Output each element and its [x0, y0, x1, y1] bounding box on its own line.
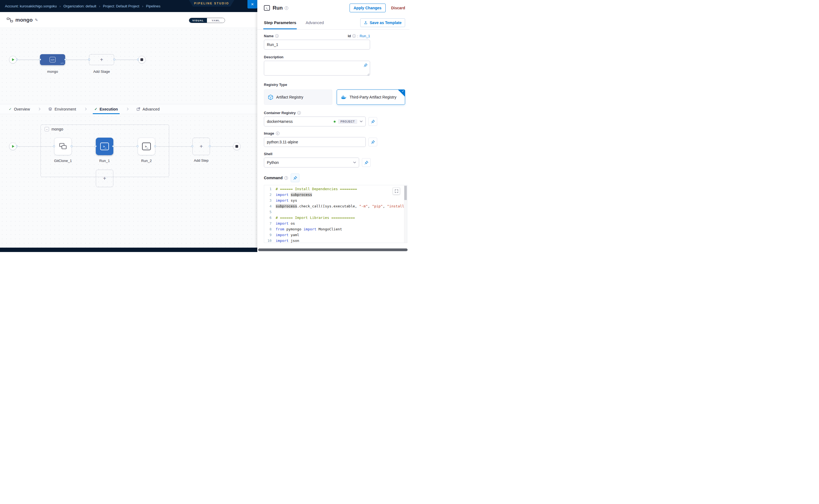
info-icon[interactable] — [276, 132, 279, 135]
pin-icon[interactable] — [291, 173, 299, 182]
step-node-run-1-selected[interactable]: >_ — [96, 138, 113, 155]
stage-node-mongo[interactable]: </> </> — [40, 54, 65, 65]
add-parallel-step-button[interactable]: + — [96, 170, 113, 187]
stop-icon — [140, 58, 143, 61]
execution-end-node[interactable] — [233, 143, 241, 150]
step-label-run-1: Run_1 — [96, 159, 113, 163]
shell-label: Shell — [264, 152, 272, 156]
tab-advanced-label: Advanced — [143, 107, 160, 111]
container-registry-value: dockerHarness — [267, 119, 331, 124]
pipeline-start-node[interactable] — [9, 56, 17, 63]
breadcrumb: Account: kurosakiichigo.songoku Organiza… — [5, 4, 160, 8]
line-number: 9 — [264, 232, 276, 238]
save-as-template-button[interactable]: Save as Template — [360, 18, 405, 27]
breadcrumb-project[interactable]: Project: Default Project — [103, 4, 139, 8]
close-panel-button[interactable]: × — [247, 0, 257, 8]
tab-step-parameters[interactable]: Step Parameters — [264, 16, 296, 29]
id-value[interactable]: Run_1 — [360, 34, 370, 38]
breadcrumb-pipelines[interactable]: Pipelines — [146, 4, 160, 8]
visual-toggle-button[interactable]: VISUAL — [189, 18, 207, 23]
shell-select[interactable]: Python — [264, 158, 359, 167]
edge-dot — [137, 145, 138, 147]
shell-label-group: Shell — [264, 152, 405, 156]
expand-editor-button[interactable] — [393, 187, 400, 195]
pin-icon[interactable] — [363, 63, 367, 68]
code-text[interactable]: subprocess.check_call([sys.executable, "… — [276, 203, 407, 209]
yaml-toggle-button[interactable]: YAML — [207, 18, 225, 23]
pipeline-end-node[interactable] — [138, 56, 146, 63]
container-registry-label: Container Registry — [264, 111, 296, 115]
code-text[interactable]: from pymongo import MongoClient — [276, 226, 342, 232]
code-text[interactable]: import os — [276, 221, 295, 226]
info-icon[interactable] — [275, 34, 279, 38]
save-as-template-label: Save as Template — [370, 21, 401, 25]
pin-icon[interactable] — [368, 138, 377, 146]
panel-header-actions: Apply Changes Discard — [349, 4, 405, 12]
name-row: Name Id : Run_1 — [264, 34, 370, 38]
command-row: Command — [264, 173, 405, 182]
tab-environment-label: Environment — [54, 107, 76, 111]
info-icon[interactable] — [285, 6, 288, 10]
shell-row: Python — [264, 158, 405, 167]
registry-option-third-party[interactable]: Third-Party Artifact Registry ✓ — [337, 89, 405, 105]
stage-tabs-bar: ✓ Overview Environment ✓ Execution Advan… — [0, 104, 257, 114]
editor-scrollbar-thumb[interactable] — [404, 186, 407, 200]
tab-execution[interactable]: ✓ Execution — [93, 104, 120, 114]
code-text[interactable]: import subprocess — [276, 192, 312, 198]
description-textarea[interactable] — [264, 61, 370, 76]
bottom-console-bar[interactable] — [0, 248, 257, 252]
panel-title: Run — [273, 5, 283, 11]
info-icon[interactable] — [284, 176, 288, 180]
info-icon[interactable] — [352, 34, 356, 38]
stop-icon — [235, 145, 238, 148]
resize-handle[interactable] — [367, 73, 369, 76]
pin-icon[interactable] — [368, 117, 377, 126]
info-icon[interactable] — [297, 111, 301, 115]
advanced-icon — [136, 107, 140, 111]
description-label: Description — [264, 55, 283, 59]
name-label: Name — [264, 34, 273, 38]
discard-button[interactable]: Discard — [391, 6, 405, 10]
command-code-editor[interactable]: 1# ====== Install Dependencies ========2… — [264, 185, 407, 243]
tab-advanced[interactable]: Advanced — [135, 104, 161, 114]
execution-start-node[interactable] — [9, 143, 17, 150]
line-number: 4 — [264, 203, 276, 209]
add-step-button[interactable]: + — [192, 138, 210, 155]
code-text[interactable]: import sys — [276, 198, 297, 203]
container-registry-field[interactable]: dockerHarness PROJECT — [264, 117, 366, 126]
breadcrumb-account[interactable]: Account: kurosakiichigo.songoku — [5, 4, 57, 8]
stage-node-label: mongo — [40, 69, 65, 74]
breadcrumb-separator — [59, 4, 60, 8]
registry-type-label: Registry Type — [264, 83, 287, 87]
horizontal-scrollbar-thumb[interactable] — [258, 248, 407, 251]
step-node-run-2[interactable]: >_ — [138, 138, 155, 155]
code-text[interactable]: # ====== Import Libraries =========== — [276, 215, 355, 221]
step-node-gitclone-1[interactable] — [54, 138, 72, 155]
apply-changes-button[interactable]: Apply Changes — [349, 4, 386, 12]
edge — [155, 146, 192, 147]
image-input[interactable] — [264, 137, 366, 147]
pin-icon[interactable] — [362, 158, 370, 167]
edge-dot — [154, 145, 156, 147]
name-input[interactable] — [264, 40, 370, 50]
edge — [210, 146, 233, 147]
editor-scrollbar[interactable] — [404, 185, 407, 243]
line-number: 1 — [264, 186, 276, 192]
add-stage-button[interactable]: + — [89, 54, 114, 65]
edit-pipeline-icon[interactable]: ✎ — [35, 18, 38, 22]
tab-step-advanced[interactable]: Advanced — [305, 16, 324, 29]
code-text[interactable]: # ====== Install Dependencies ======== — [276, 186, 357, 192]
breadcrumb-organization[interactable]: Organization: default — [63, 4, 96, 8]
command-label: Command — [264, 176, 282, 180]
registry-option-artifact[interactable]: Artifact Registry — [264, 89, 332, 105]
pipeline-studio-badge: PIPELINE STUDIO — [189, 0, 234, 7]
command-label-group: Command — [264, 176, 288, 180]
code-text[interactable]: import json — [276, 238, 299, 243]
code-text[interactable]: import yaml — [276, 232, 299, 238]
tab-overview[interactable]: ✓ Overview — [7, 104, 31, 114]
registry-option-third-party-label: Third-Party Artifact Registry — [349, 95, 396, 99]
edge-dot — [191, 145, 193, 147]
play-icon — [12, 145, 15, 148]
tab-environment[interactable]: Environment — [47, 104, 78, 114]
collapse-group-button[interactable]: – — [45, 127, 49, 131]
